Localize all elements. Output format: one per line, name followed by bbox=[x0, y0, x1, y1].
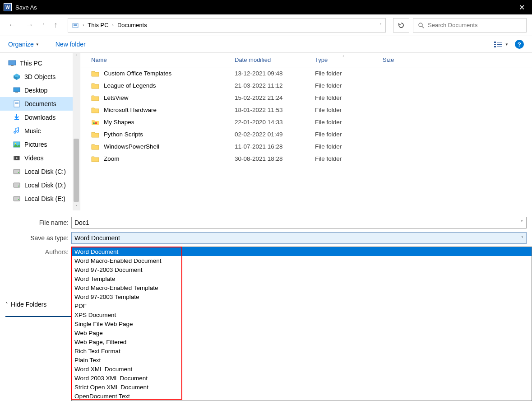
svg-point-24 bbox=[15, 143, 16, 145]
picture-icon bbox=[13, 140, 21, 149]
filename-input[interactable] bbox=[71, 217, 527, 228]
tree-item-local-disk-e-[interactable]: Local Disk (E:) bbox=[0, 192, 80, 205]
download-icon bbox=[13, 113, 21, 121]
savetype-option[interactable]: Word Document bbox=[72, 247, 532, 256]
savetype-option[interactable]: Word 2003 XML Document bbox=[72, 373, 532, 382]
file-row[interactable]: LetsView15-02-2022 21:24File folder bbox=[80, 92, 532, 104]
savetype-option[interactable]: Word 97-2003 Template bbox=[72, 292, 532, 301]
svg-rect-20 bbox=[15, 103, 19, 104]
savetype-option[interactable]: OpenDocument Text bbox=[72, 392, 532, 401]
folder-icon bbox=[91, 82, 99, 89]
tree-this-pc[interactable]: This PC bbox=[0, 56, 80, 70]
file-row[interactable]: My Shapes22-01-2020 14:33File folder bbox=[80, 116, 532, 128]
column-size[interactable]: Size bbox=[377, 56, 422, 63]
tree-item-documents[interactable]: Documents bbox=[0, 97, 80, 111]
tree-item-local-disk-d-[interactable]: Local Disk (D:) bbox=[0, 178, 80, 192]
breadcrumb-this-pc[interactable]: This PC bbox=[88, 22, 108, 28]
location-icon bbox=[72, 22, 79, 29]
tree-item-pictures[interactable]: Pictures bbox=[0, 138, 80, 151]
toolbar: Organize ▼ New folder ▼ ? bbox=[0, 36, 532, 52]
svg-rect-9 bbox=[494, 46, 496, 47]
svg-rect-19 bbox=[15, 102, 19, 103]
new-folder-button[interactable]: New folder bbox=[56, 41, 86, 48]
file-list: Name Date modified ˄ Type Size Custom Of… bbox=[80, 53, 532, 210]
column-type[interactable]: ˄ Type bbox=[310, 56, 377, 63]
svg-rect-8 bbox=[497, 44, 502, 45]
column-name[interactable]: Name bbox=[80, 56, 229, 63]
file-row[interactable]: Zoom30-08-2021 18:28File folder bbox=[80, 153, 532, 165]
file-row[interactable]: Microsoft Hardware18-01-2022 11:53File f… bbox=[80, 104, 532, 116]
address-dropdown-icon[interactable]: ˅ bbox=[379, 23, 382, 28]
svg-rect-5 bbox=[494, 42, 496, 43]
savetype-option[interactable]: Word Macro-Enabled Template bbox=[72, 283, 532, 292]
svg-rect-27 bbox=[19, 156, 20, 160]
forward-button[interactable]: → bbox=[23, 19, 36, 32]
scroll-up-icon[interactable]: ˄ bbox=[73, 53, 80, 60]
svg-rect-16 bbox=[14, 88, 20, 92]
file-row[interactable]: WindowsPowerShell11-07-2021 16:28File fo… bbox=[80, 140, 532, 153]
up-button[interactable]: ↑ bbox=[51, 19, 60, 32]
tree-item-local-disk-c-[interactable]: Local Disk (C:) bbox=[0, 165, 80, 178]
folder-icon bbox=[91, 70, 99, 77]
svg-rect-11 bbox=[9, 61, 16, 65]
file-row[interactable]: League of Legends21-03-2022 11:12File fo… bbox=[80, 79, 532, 92]
savetype-option[interactable]: PDF bbox=[72, 301, 532, 310]
savetype-option[interactable]: Plain Text bbox=[72, 355, 532, 364]
savetype-option[interactable]: Word 97-2003 Document bbox=[72, 265, 532, 274]
tree-item-desktop[interactable]: Desktop bbox=[0, 84, 80, 97]
hide-folders-button[interactable]: ˄ Hide Folders bbox=[5, 301, 46, 308]
breadcrumb-sep: › bbox=[83, 23, 84, 28]
search-input[interactable] bbox=[428, 22, 522, 28]
svg-rect-21 bbox=[15, 105, 19, 105]
svg-rect-10 bbox=[497, 47, 502, 47]
filename-dropdown-icon[interactable]: ˅ bbox=[521, 220, 523, 225]
svg-point-30 bbox=[18, 172, 19, 173]
window-title: Save As bbox=[15, 4, 37, 11]
savetype-option[interactable]: XPS Document bbox=[72, 310, 532, 319]
breadcrumb-sep: › bbox=[112, 23, 114, 28]
column-headers: Name Date modified ˄ Type Size bbox=[80, 53, 532, 67]
disk-icon bbox=[13, 195, 21, 203]
search-icon bbox=[418, 22, 424, 28]
savetype-option[interactable]: Single File Web Page bbox=[72, 319, 532, 328]
search-box[interactable] bbox=[413, 18, 527, 33]
disk-icon bbox=[13, 168, 21, 176]
savetype-option[interactable]: Rich Text Format bbox=[72, 346, 532, 355]
file-row[interactable]: Custom Office Templates13-12-2021 09:48F… bbox=[80, 67, 532, 79]
tree-item-downloads[interactable]: Downloads bbox=[0, 111, 80, 124]
savetype-combo[interactable]: Word Document ˅ bbox=[71, 232, 527, 244]
word-icon: W bbox=[4, 3, 12, 11]
tree-item-videos[interactable]: Videos bbox=[0, 151, 80, 165]
sidebar-scrollbar[interactable]: ˄ ˅ bbox=[73, 53, 80, 210]
close-button[interactable]: ✕ bbox=[515, 3, 528, 12]
svg-rect-36 bbox=[95, 122, 97, 124]
back-button[interactable]: ← bbox=[5, 19, 19, 32]
authors-label: Authors: bbox=[5, 246, 69, 256]
organize-button[interactable]: Organize ▼ bbox=[8, 41, 39, 48]
help-button[interactable]: ? bbox=[515, 40, 524, 49]
breadcrumb-documents[interactable]: Documents bbox=[117, 22, 147, 28]
column-date[interactable]: Date modified bbox=[229, 56, 310, 63]
tree-item-music[interactable]: Music bbox=[0, 124, 80, 138]
savetype-dropdown[interactable]: Word DocumentWord Macro-Enabled Document… bbox=[71, 247, 532, 401]
savetype-option[interactable]: Web Page, Filtered bbox=[72, 337, 532, 346]
refresh-button[interactable] bbox=[393, 18, 409, 33]
savetype-option[interactable]: Word Template bbox=[72, 274, 532, 283]
folder-icon bbox=[91, 94, 99, 102]
savetype-option[interactable]: Strict Open XML Document bbox=[72, 382, 532, 392]
file-row[interactable]: Python Scripts02-02-2022 01:49File folde… bbox=[80, 128, 532, 140]
scroll-down-icon[interactable]: ˅ bbox=[73, 203, 80, 210]
recent-locations-button[interactable]: ˅ bbox=[40, 21, 47, 29]
svg-rect-17 bbox=[15, 92, 18, 93]
scroll-thumb[interactable] bbox=[74, 139, 79, 202]
savetype-option[interactable]: Web Page bbox=[72, 328, 532, 337]
savetype-option[interactable]: Word Macro-Enabled Document bbox=[72, 256, 532, 265]
savetype-option[interactable]: Word XML Document bbox=[72, 364, 532, 373]
svg-rect-12 bbox=[11, 65, 14, 66]
desktop-icon bbox=[13, 86, 21, 94]
tree-item-3d-objects[interactable]: 3D Objects bbox=[0, 70, 80, 84]
address-bar[interactable]: › This PC › Documents ˅ bbox=[68, 18, 386, 33]
view-options-button[interactable]: ▼ bbox=[494, 41, 509, 47]
title-bar: W Save As ✕ bbox=[0, 0, 532, 14]
chevron-down-icon: ▼ bbox=[505, 42, 509, 47]
